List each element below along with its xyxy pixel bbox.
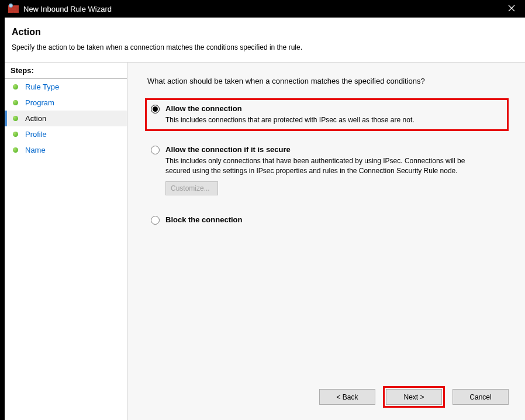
back-wrap: < Back bbox=[318, 388, 377, 406]
step-label: Action bbox=[25, 114, 46, 123]
option-title: Allow the connection if it is secure bbox=[165, 145, 503, 154]
wizard-header: Action Specify the action to be taken wh… bbox=[5, 18, 525, 63]
action-options: Allow the connection This includes conne… bbox=[145, 99, 507, 231]
option-desc: This includes only connections that have… bbox=[165, 156, 481, 176]
svg-rect-4 bbox=[12, 8, 16, 10]
svg-rect-6 bbox=[13, 11, 19, 12]
steps-sidebar: Steps: Rule Type Program Action Profile … bbox=[5, 63, 127, 420]
step-label: Program bbox=[25, 98, 54, 107]
close-icon bbox=[508, 5, 515, 13]
step-name[interactable]: Name bbox=[5, 142, 127, 158]
page-subtitle: Specify the action to be taken when a co… bbox=[12, 43, 518, 51]
bullet-icon bbox=[13, 147, 18, 153]
svg-point-8 bbox=[9, 4, 12, 7]
next-wrap: Next > bbox=[385, 388, 443, 406]
radio-allow-secure[interactable] bbox=[151, 146, 160, 154]
bullet-icon bbox=[13, 116, 18, 121]
page-title: Action bbox=[12, 27, 518, 37]
step-action[interactable]: Action bbox=[5, 111, 127, 126]
wizard-window: New Inbound Rule Wizard Action Specify t… bbox=[5, 0, 525, 420]
option-body: Allow the connection if it is secure Thi… bbox=[165, 145, 503, 196]
customize-button: Customize... bbox=[165, 181, 218, 195]
option-block[interactable]: Block the connection bbox=[146, 211, 507, 231]
bullet-icon bbox=[13, 84, 18, 89]
step-program[interactable]: Program bbox=[5, 95, 127, 111]
close-button[interactable] bbox=[498, 0, 525, 18]
svg-rect-3 bbox=[8, 8, 11, 10]
radio-allow[interactable] bbox=[151, 105, 160, 113]
back-button[interactable]: < Back bbox=[319, 389, 375, 405]
main-panel: What action should be taken when a conne… bbox=[127, 63, 525, 420]
option-title: Allow the connection bbox=[165, 104, 503, 113]
step-label: Profile bbox=[25, 130, 47, 139]
step-profile[interactable]: Profile bbox=[5, 126, 127, 142]
step-label: Name bbox=[25, 146, 46, 154]
option-allow[interactable]: Allow the connection This includes conne… bbox=[146, 99, 507, 130]
question-text: What action should be taken when a conne… bbox=[147, 77, 507, 85]
bullet-icon bbox=[13, 132, 18, 137]
bullet-icon bbox=[13, 100, 18, 105]
step-label: Rule Type bbox=[25, 82, 59, 91]
option-title: Block the connection bbox=[165, 215, 503, 224]
radio-block[interactable] bbox=[151, 216, 160, 225]
cancel-wrap: Cancel bbox=[451, 388, 510, 406]
option-body: Allow the connection This includes conne… bbox=[165, 104, 503, 125]
option-body: Block the connection bbox=[165, 215, 503, 226]
svg-rect-5 bbox=[8, 11, 13, 12]
wizard-buttons: < Back Next > Cancel bbox=[318, 388, 510, 406]
next-button[interactable]: Next > bbox=[386, 389, 442, 405]
step-rule-type[interactable]: Rule Type bbox=[5, 79, 127, 95]
option-allow-secure[interactable]: Allow the connection if it is secure Thi… bbox=[146, 140, 507, 201]
firewall-icon bbox=[8, 4, 19, 14]
svg-rect-2 bbox=[13, 5, 19, 7]
content-area: Steps: Rule Type Program Action Profile … bbox=[5, 63, 525, 420]
option-desc: This includes connections that are prote… bbox=[165, 115, 481, 125]
steps-title: Steps: bbox=[5, 63, 127, 79]
titlebar: New Inbound Rule Wizard bbox=[5, 0, 525, 18]
cancel-button[interactable]: Cancel bbox=[453, 389, 509, 405]
window-title: New Inbound Rule Wizard bbox=[23, 5, 112, 13]
